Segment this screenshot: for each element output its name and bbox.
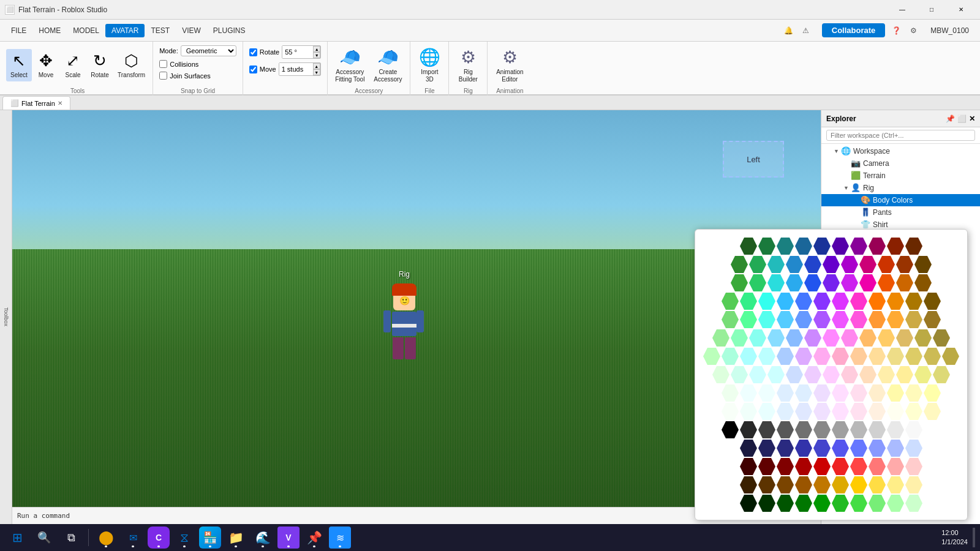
color-swatch-11-2[interactable] <box>777 440 794 457</box>
color-swatch-10-0[interactable] <box>722 421 739 438</box>
color-swatch-2-1[interactable] <box>749 274 766 291</box>
explorer-expand-icon[interactable]: ⬜ <box>957 114 967 123</box>
rig-builder-tool[interactable]: ⚙ RigBuilder <box>453 45 483 86</box>
color-swatch-4-9[interactable] <box>887 311 904 328</box>
rotate-value-input[interactable] <box>282 46 313 58</box>
color-swatch-1-3[interactable] <box>786 256 803 273</box>
move-down-button[interactable]: ▼ <box>313 69 320 75</box>
color-swatch-7-11[interactable] <box>914 366 932 383</box>
color-swatch-8-7[interactable] <box>850 384 867 402</box>
menu-view[interactable]: VIEW <box>176 24 207 37</box>
color-swatch-6-4[interactable] <box>777 348 794 365</box>
color-swatch-6-8[interactable] <box>850 348 867 365</box>
color-swatch-8-5[interactable] <box>813 384 831 402</box>
move-tool[interactable]: ✥ Move <box>33 49 59 81</box>
tree-item-camera[interactable]: 📷 Camera <box>821 157 980 170</box>
color-swatch-5-8[interactable] <box>859 329 876 347</box>
color-swatch-10-2[interactable] <box>758 421 775 438</box>
color-swatch-0-5[interactable] <box>832 238 849 255</box>
color-swatch-12-1[interactable] <box>758 458 775 475</box>
color-swatch-1-0[interactable] <box>731 256 748 273</box>
color-swatch-4-3[interactable] <box>777 311 794 328</box>
color-swatch-3-7[interactable] <box>850 293 867 310</box>
chrome-app[interactable]: ⬤ <box>94 527 118 549</box>
color-swatch-0-0[interactable] <box>740 238 757 255</box>
color-swatch-3-4[interactable] <box>795 293 812 310</box>
color-swatch-8-1[interactable] <box>740 384 757 402</box>
color-swatch-0-8[interactable] <box>887 238 904 255</box>
minimize-button[interactable]: — <box>888 0 916 20</box>
color-swatch-6-10[interactable] <box>887 348 904 365</box>
color-swatch-3-10[interactable] <box>905 293 922 310</box>
color-swatch-1-2[interactable] <box>767 256 785 273</box>
color-swatch-5-0[interactable] <box>712 329 729 347</box>
color-swatch-4-2[interactable] <box>758 311 775 328</box>
color-swatch-9-1[interactable] <box>740 403 757 420</box>
color-swatch-5-1[interactable] <box>731 329 748 347</box>
color-swatch-11-8[interactable] <box>887 440 904 457</box>
color-swatch-9-0[interactable] <box>722 403 739 420</box>
color-swatch-14-2[interactable] <box>777 495 794 512</box>
color-swatch-12-0[interactable] <box>740 458 757 475</box>
notification-icon[interactable]: 🔔 <box>783 24 795 37</box>
color-swatch-10-8[interactable] <box>869 421 886 438</box>
color-swatch-13-5[interactable] <box>832 476 849 493</box>
color-swatch-1-4[interactable] <box>804 256 821 273</box>
color-swatch-7-3[interactable]: Pastel blue-green <box>767 366 785 383</box>
color-swatch-13-9[interactable] <box>905 476 922 493</box>
color-swatch-6-9[interactable] <box>869 348 886 365</box>
color-swatch-9-5[interactable] <box>813 403 831 420</box>
color-swatch-12-9[interactable] <box>905 458 922 475</box>
color-swatch-12-2[interactable] <box>777 458 794 475</box>
color-swatch-7-1[interactable] <box>731 366 748 383</box>
color-swatch-6-5[interactable] <box>795 348 812 365</box>
color-swatch-7-9[interactable] <box>878 366 895 383</box>
color-swatch-6-11[interactable] <box>905 348 922 365</box>
color-swatch-11-5[interactable] <box>832 440 849 457</box>
color-swatch-9-11[interactable] <box>924 403 941 420</box>
rotate-tool[interactable]: ↻ Rotate <box>87 49 113 81</box>
color-swatch-10-6[interactable] <box>832 421 849 438</box>
color-swatch-14-5[interactable] <box>832 495 849 512</box>
color-swatch-14-7[interactable] <box>869 495 886 512</box>
color-swatch-2-9[interactable] <box>896 274 913 291</box>
explorer-filter-input[interactable] <box>826 130 975 141</box>
toolbox-sidebar[interactable]: Toolbox <box>0 110 12 524</box>
color-swatch-8-0[interactable] <box>722 384 739 402</box>
color-swatch-5-5[interactable] <box>804 329 821 347</box>
color-swatch-8-3[interactable] <box>777 384 794 402</box>
color-swatch-13-8[interactable] <box>887 476 904 493</box>
color-swatch-7-5[interactable] <box>804 366 821 383</box>
color-swatch-3-9[interactable] <box>887 293 904 310</box>
show-desktop-button[interactable] <box>973 528 975 547</box>
rotate-down-button[interactable]: ▼ <box>313 52 320 58</box>
color-swatch-0-3[interactable] <box>795 238 812 255</box>
color-swatch-0-7[interactable] <box>869 238 886 255</box>
color-swatch-7-8[interactable] <box>859 366 876 383</box>
color-swatch-2-4[interactable] <box>804 274 821 291</box>
color-swatch-12-3[interactable] <box>795 458 812 475</box>
color-swatch-6-12[interactable] <box>924 348 941 365</box>
color-swatch-12-5[interactable] <box>832 458 849 475</box>
mode-select[interactable]: Geometric Local Space <box>181 45 236 56</box>
move-up-button[interactable]: ▲ <box>313 63 320 69</box>
color-swatch-10-4[interactable] <box>795 421 812 438</box>
color-swatch-0-2[interactable] <box>777 238 794 255</box>
color-swatch-4-1[interactable] <box>740 311 757 328</box>
color-swatch-14-9[interactable] <box>905 495 922 512</box>
color-swatch-14-6[interactable] <box>850 495 867 512</box>
color-swatch-14-4[interactable] <box>813 495 831 512</box>
move-value-input[interactable] <box>279 63 313 75</box>
color-swatch-13-2[interactable] <box>777 476 794 493</box>
color-swatch-10-10[interactable] <box>905 421 922 438</box>
canva-app[interactable]: C <box>148 527 170 549</box>
color-swatch-13-1[interactable] <box>758 476 775 493</box>
tree-item-terrain[interactable]: 🟩 Terrain <box>821 170 980 182</box>
color-swatch-1-1[interactable] <box>749 256 766 273</box>
tree-arrow-rig[interactable]: ▼ <box>843 185 851 191</box>
color-swatch-0-4[interactable] <box>813 238 831 255</box>
color-swatch-6-7[interactable] <box>832 348 849 365</box>
color-swatch-1-7[interactable] <box>859 256 876 273</box>
color-swatch-5-4[interactable] <box>786 329 803 347</box>
import-3d-tool[interactable]: 🌐 Import3D <box>414 45 445 86</box>
